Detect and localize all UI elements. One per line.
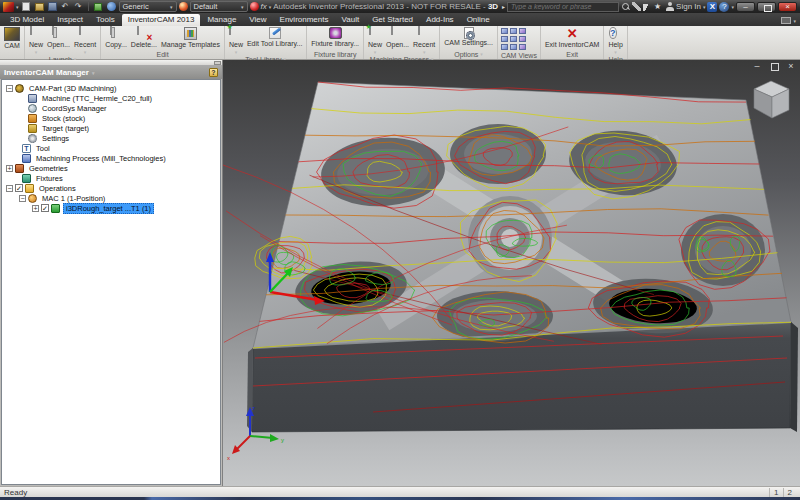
tab-3d-model[interactable]: 3D Model [4, 14, 50, 26]
tree-item-geometries[interactable]: Geometries [5, 163, 220, 173]
collapse-icon[interactable] [6, 85, 13, 92]
fixture-library-button[interactable]: Fixture library... [310, 27, 360, 48]
open-document-icon[interactable] [35, 3, 44, 11]
tree-item-target[interactable]: Target (target) [5, 123, 220, 133]
parameters-fx-icon[interactable] [261, 2, 267, 11]
redo-icon[interactable]: ↷ [73, 2, 84, 12]
ribbon-display-icon[interactable] [781, 17, 791, 24]
cam-view-icon[interactable] [519, 36, 526, 42]
document-close-icon[interactable] [786, 62, 796, 71]
search-icon[interactable] [621, 2, 630, 11]
ribbon-display-caret-icon[interactable] [793, 18, 796, 24]
cam-view-icon[interactable] [501, 44, 508, 50]
tree-item-settings[interactable]: Settings [5, 133, 220, 143]
app-menu-caret-icon[interactable] [16, 4, 19, 10]
flag-icon[interactable] [643, 4, 652, 11]
help-search-input[interactable] [507, 2, 619, 12]
cam-view-icon[interactable] [519, 44, 526, 50]
browser-panel-caret-icon[interactable] [92, 70, 95, 76]
appearance-select[interactable]: Default [190, 1, 248, 12]
tab-add-ins[interactable]: Add-Ins [420, 14, 460, 26]
panel-scrollbar-button[interactable] [214, 61, 221, 65]
tab-manage[interactable]: Manage [201, 14, 242, 26]
help-caret-icon[interactable] [731, 4, 734, 10]
browser-panel-header[interactable]: InventorCAM Manager [0, 66, 222, 79]
document-minimize-icon[interactable] [752, 62, 762, 71]
window-maximize-button[interactable] [757, 2, 776, 12]
wrench-icon[interactable] [632, 2, 641, 11]
tree-item-machine[interactable]: Machine (TTC_Hermle_C20_full) [5, 93, 220, 103]
tree-item-operations[interactable]: Operations [5, 183, 220, 193]
launch-open-button[interactable]: Open... [46, 27, 71, 49]
operation-checkbox[interactable] [41, 204, 49, 212]
cam-view-icon[interactable] [510, 44, 517, 50]
tab-view[interactable]: View [243, 14, 272, 26]
machining-process-open-button[interactable]: Open... [385, 27, 410, 49]
cam-view-icon[interactable] [510, 36, 517, 42]
tree-item-fixtures[interactable]: Fixtures [5, 173, 220, 183]
sign-in-caret-icon[interactable] [703, 4, 706, 10]
update-icon[interactable] [94, 3, 102, 11]
launch-new-button[interactable]: New [28, 27, 44, 55]
cam-view-icon[interactable] [501, 36, 508, 42]
window-minimize-button[interactable] [736, 2, 755, 12]
cam-settings-button[interactable]: CAM Settings... [443, 27, 494, 47]
collapse-icon[interactable] [6, 185, 13, 192]
manage-templates-button[interactable]: Manage Templates [160, 27, 221, 49]
search-flyout-icon[interactable] [502, 3, 505, 10]
expand-icon[interactable] [6, 165, 13, 172]
machining-process-new-button[interactable]: New [367, 27, 383, 55]
tab-inventorcam-2013[interactable]: InventorCAM 2013 [122, 14, 201, 26]
view-cube[interactable] [754, 81, 789, 118]
favorites-star-icon[interactable] [654, 2, 663, 11]
tab-environments[interactable]: Environments [274, 14, 335, 26]
machined-part[interactable] [247, 82, 798, 432]
tab-online[interactable]: Online [461, 14, 496, 26]
web-icon[interactable] [107, 2, 116, 11]
inventor-logo-icon[interactable] [3, 2, 14, 12]
copy-button[interactable]: Copy... [104, 27, 128, 49]
tab-get-started[interactable]: Get Started [366, 14, 419, 26]
machining-process-recent-button[interactable]: Recent [412, 27, 436, 55]
new-document-icon[interactable] [22, 2, 30, 11]
document-restore-icon[interactable] [769, 62, 779, 71]
adjust-sphere-icon[interactable] [250, 2, 259, 11]
tree-item-stock[interactable]: Stock (stock) [5, 113, 220, 123]
tool-library-new-button[interactable]: New [228, 27, 244, 55]
tab-vault[interactable]: Vault [335, 14, 365, 26]
tree-item-tool[interactable]: Tool [5, 143, 220, 153]
cam-view-icon[interactable] [519, 28, 526, 34]
help-globe-icon[interactable] [719, 2, 729, 12]
help-button[interactable]: Help [607, 27, 623, 55]
cam-button[interactable]: CAM [3, 27, 21, 50]
tree-item-machining-process[interactable]: Machining Process (Mill_Technologies) [5, 153, 220, 163]
delete-button[interactable]: Delete... [130, 27, 158, 49]
cam-view-icon[interactable] [510, 28, 517, 34]
panel-help-icon[interactable] [209, 68, 218, 77]
save-icon[interactable] [48, 2, 57, 11]
tree-item-operation-rough[interactable]: i3DRough_target ...T1 (1) [5, 203, 220, 213]
status-indicator-1[interactable]: 1 [769, 488, 782, 497]
graphics-viewport[interactable]: z y x [223, 60, 800, 486]
operations-checkbox[interactable] [15, 184, 23, 192]
exchange-apps-icon[interactable] [707, 2, 717, 12]
tab-tools[interactable]: Tools [90, 14, 121, 26]
edit-tool-library-button[interactable]: Edit Tool Library... [246, 27, 303, 48]
sign-in-link[interactable]: Sign In [676, 2, 701, 11]
tree-item-mac1[interactable]: MAC 1 (1-Position) [5, 193, 220, 203]
window-close-button[interactable] [778, 2, 797, 12]
options-group-label[interactable]: Options [440, 50, 497, 59]
panel-scrollbar[interactable] [0, 60, 222, 66]
user-icon[interactable] [665, 2, 674, 11]
expand-icon[interactable] [32, 205, 39, 212]
launch-recent-button[interactable]: Recent [73, 27, 97, 55]
undo-icon[interactable]: ↶ [60, 2, 71, 12]
cam-view-icon[interactable] [501, 28, 508, 34]
tree-item-coordsys[interactable]: CoordSys Manager [5, 103, 220, 113]
status-indicator-2[interactable]: 2 [783, 488, 796, 497]
color-sphere-icon[interactable] [179, 2, 188, 11]
collapse-icon[interactable] [19, 195, 26, 202]
tree-item-cam-part[interactable]: CAM-Part (3D iMachining) [5, 83, 220, 93]
exit-inventorcam-button[interactable]: Exit InventorCAM [544, 27, 600, 49]
qat-overflow-caret-icon[interactable] [269, 4, 272, 10]
